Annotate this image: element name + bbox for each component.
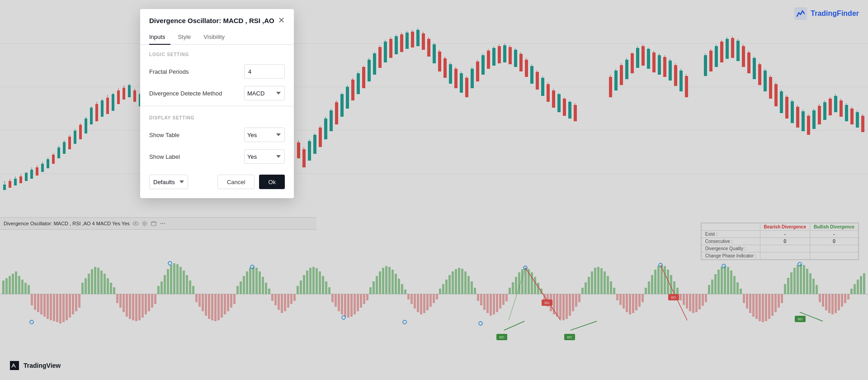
- divergence-method-select[interactable]: MACD RSI AO: [244, 86, 285, 100]
- divergence-method-label: Divergence Detecte Method: [149, 90, 222, 97]
- footer-buttons: Cancel Ok: [217, 175, 285, 189]
- modal-footer: Defaults Cancel Ok: [140, 167, 294, 189]
- show-table-label: Show Table: [149, 132, 179, 138]
- fractal-periods-label: Fractal Periods: [149, 68, 189, 75]
- show-table-select[interactable]: Yes No: [244, 128, 285, 142]
- fractal-periods-row: Fractal Periods: [140, 61, 294, 82]
- cancel-button[interactable]: Cancel: [217, 175, 255, 189]
- show-label-row: Show Label Yes No: [140, 146, 294, 167]
- modal-title: Divergence Oscillator: MACD , RSI ,AO: [149, 17, 274, 24]
- tab-style[interactable]: Style: [178, 30, 196, 45]
- show-table-row: Show Table Yes No: [140, 124, 294, 146]
- tab-visibility[interactable]: Visibility: [203, 30, 230, 45]
- divergence-method-row: Divergence Detecte Method MACD RSI AO: [140, 82, 294, 104]
- divider-1: [140, 106, 294, 106]
- ok-button[interactable]: Ok: [259, 175, 285, 189]
- fractal-periods-input[interactable]: [244, 64, 285, 79]
- indicator-settings-modal: Divergence Oscillator: MACD , RSI ,AO ✕ …: [140, 9, 294, 198]
- modal-header: Divergence Oscillator: MACD , RSI ,AO ✕: [140, 9, 294, 24]
- tab-inputs[interactable]: Inputs: [149, 30, 170, 45]
- modal-close-button[interactable]: ✕: [278, 16, 285, 24]
- logic-section-label: LOGIC SETTING: [140, 45, 294, 61]
- modal-tabs: Inputs Style Visibility: [140, 30, 294, 45]
- display-section-label: DISPLAY SETTING: [140, 108, 294, 124]
- modal-overlay: [0, 0, 868, 380]
- defaults-select[interactable]: Defaults: [149, 175, 188, 189]
- show-label-select[interactable]: Yes No: [244, 149, 285, 164]
- show-label-label: Show Label: [149, 153, 180, 160]
